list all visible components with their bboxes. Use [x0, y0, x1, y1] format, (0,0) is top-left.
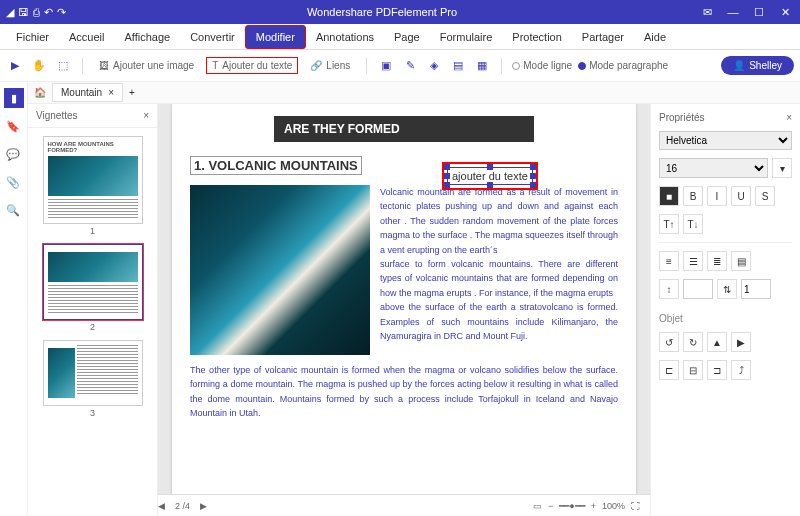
- menubar: Fichier Accueil Affichage Convertir Modi…: [0, 24, 800, 50]
- menu-accueil[interactable]: Accueil: [59, 26, 114, 48]
- mail-icon[interactable]: ✉: [698, 6, 716, 19]
- paragraph-1[interactable]: Volcanic mountain are formed as a result…: [380, 185, 618, 355]
- paragraph-2[interactable]: The other type of volcanic mountain is f…: [190, 363, 618, 421]
- strike-button[interactable]: S: [755, 186, 775, 206]
- print-icon[interactable]: ⎙: [33, 6, 40, 18]
- add-image-button[interactable]: 🖼 Ajouter une image: [93, 57, 200, 74]
- font-select[interactable]: Helvetica: [659, 131, 792, 150]
- align-obj-left-icon[interactable]: ⊏: [659, 360, 679, 380]
- tab-add-icon[interactable]: +: [129, 87, 135, 98]
- thumbnail-3[interactable]: [43, 340, 143, 406]
- page-indicator[interactable]: 2 /4: [175, 501, 190, 511]
- italic-button[interactable]: I: [707, 186, 727, 206]
- tab-close-icon[interactable]: ×: [108, 87, 114, 98]
- comments-icon[interactable]: 💬: [6, 148, 22, 164]
- menu-modifier[interactable]: Modifier: [245, 25, 306, 49]
- menu-annotations[interactable]: Annotations: [306, 26, 384, 48]
- status-bar: ◀ 2 /4 ▶ ▭ − ━━●━━ + 100% ⛶: [158, 494, 650, 516]
- page-banner: ARE THEY FORMED: [274, 116, 534, 142]
- header-icon[interactable]: ▤: [449, 57, 467, 75]
- zoom-slider[interactable]: ━━●━━: [559, 501, 584, 511]
- thumbnail-1[interactable]: HOW ARE MOUNTAINS FORMED?: [43, 136, 143, 224]
- text-icon: T: [212, 60, 218, 71]
- menu-protection[interactable]: Protection: [502, 26, 572, 48]
- add-text-button[interactable]: T Ajouter du texte: [206, 57, 298, 74]
- rotate-left-icon[interactable]: ↺: [659, 332, 679, 352]
- menu-page[interactable]: Page: [384, 26, 430, 48]
- fit-icon[interactable]: ▭: [533, 501, 542, 511]
- volcanic-photo[interactable]: [190, 185, 370, 355]
- attach-icon[interactable]: 📎: [6, 176, 22, 192]
- fullscreen-icon[interactable]: ⛶: [631, 501, 640, 511]
- edit-icon[interactable]: ✎: [401, 57, 419, 75]
- mode-line-radio[interactable]: Mode ligne: [512, 60, 572, 71]
- close-icon[interactable]: ✕: [776, 6, 794, 19]
- thumbnails-icon[interactable]: ▮: [4, 88, 24, 108]
- superscript-button[interactable]: T↑: [659, 214, 679, 234]
- font-color-dropdown[interactable]: ▾: [772, 158, 792, 178]
- home-icon[interactable]: 🏠: [34, 87, 46, 98]
- align-left-button[interactable]: ≡: [659, 251, 679, 271]
- zoom-in-icon[interactable]: +: [591, 501, 596, 511]
- menu-convertir[interactable]: Convertir: [180, 26, 245, 48]
- redo-icon[interactable]: ↷: [57, 6, 66, 19]
- crop-icon[interactable]: ▣: [377, 57, 395, 75]
- footer-icon[interactable]: ▦: [473, 57, 491, 75]
- spacing-input[interactable]: [683, 279, 713, 299]
- mode-paragraph-radio[interactable]: Mode paragraphe: [578, 60, 668, 71]
- thumbnails-title: Vignettes: [36, 110, 78, 121]
- line-height-icon[interactable]: ⇅: [717, 279, 737, 299]
- save-icon[interactable]: 🖫: [18, 6, 29, 18]
- document-viewport[interactable]: ARE THEY FORMED 1. VOLCANIC MOUNTAINS: [158, 104, 650, 516]
- menu-formulaire[interactable]: Formulaire: [430, 26, 503, 48]
- properties-panel: Propriétés × Helvetica 16 ▾ ■ B I U S T↑: [650, 104, 800, 516]
- extract-icon[interactable]: ⤴: [731, 360, 751, 380]
- properties-close-icon[interactable]: ×: [786, 112, 792, 123]
- text-color-button[interactable]: ■: [659, 186, 679, 206]
- prev-page-icon[interactable]: ◀: [158, 501, 165, 511]
- align-right-button[interactable]: ≣: [707, 251, 727, 271]
- minimize-icon[interactable]: —: [724, 6, 742, 18]
- document-tabs: 🏠 Mountain × +: [28, 82, 800, 104]
- object-section-title: Objet: [659, 313, 792, 324]
- hand-icon[interactable]: ✋: [30, 57, 48, 75]
- rotate-right-icon[interactable]: ↻: [683, 332, 703, 352]
- search-icon[interactable]: 🔍: [6, 204, 22, 220]
- underline-button[interactable]: U: [731, 186, 751, 206]
- page-content: ARE THEY FORMED 1. VOLCANIC MOUNTAINS: [172, 104, 636, 516]
- menu-affichage[interactable]: Affichage: [114, 26, 180, 48]
- flip-v-icon[interactable]: ▲: [707, 332, 727, 352]
- new-text-box[interactable]: ajouter du texte: [442, 162, 538, 190]
- window-title: Wondershare PDFelement Pro: [66, 6, 698, 18]
- menu-aide[interactable]: Aide: [634, 26, 676, 48]
- font-size-select[interactable]: 16: [659, 158, 768, 178]
- watermark-icon[interactable]: ◈: [425, 57, 443, 75]
- maximize-icon[interactable]: ☐: [750, 6, 768, 19]
- tab-mountain[interactable]: Mountain ×: [52, 83, 123, 102]
- align-obj-center-icon[interactable]: ⊟: [683, 360, 703, 380]
- spacing-button[interactable]: ↕: [659, 279, 679, 299]
- menu-fichier[interactable]: Fichier: [6, 26, 59, 48]
- pointer-icon[interactable]: ▶: [6, 57, 24, 75]
- menu-partager[interactable]: Partager: [572, 26, 634, 48]
- links-button[interactable]: 🔗 Liens: [304, 57, 356, 74]
- zoom-out-icon[interactable]: −: [548, 501, 553, 511]
- section-heading[interactable]: 1. VOLCANIC MOUNTAINS: [190, 156, 362, 175]
- undo-icon[interactable]: ↶: [44, 6, 53, 19]
- thumbnail-2[interactable]: [43, 244, 143, 320]
- subscript-button[interactable]: T↓: [683, 214, 703, 234]
- link-icon: 🔗: [310, 60, 322, 71]
- bookmark-icon[interactable]: 🔖: [6, 120, 22, 136]
- user-button[interactable]: 👤 Shelley: [721, 56, 794, 75]
- bold-button[interactable]: B: [683, 186, 703, 206]
- next-page-icon[interactable]: ▶: [200, 501, 207, 511]
- select-icon[interactable]: ⬚: [54, 57, 72, 75]
- align-obj-right-icon[interactable]: ⊐: [707, 360, 727, 380]
- flip-h-icon[interactable]: ▶: [731, 332, 751, 352]
- properties-title: Propriétés: [659, 112, 705, 123]
- thumbnails-close-icon[interactable]: ×: [143, 110, 149, 121]
- line-height-input[interactable]: [741, 279, 771, 299]
- app-logo: ◢: [6, 6, 14, 19]
- align-center-button[interactable]: ☰: [683, 251, 703, 271]
- align-justify-button[interactable]: ▤: [731, 251, 751, 271]
